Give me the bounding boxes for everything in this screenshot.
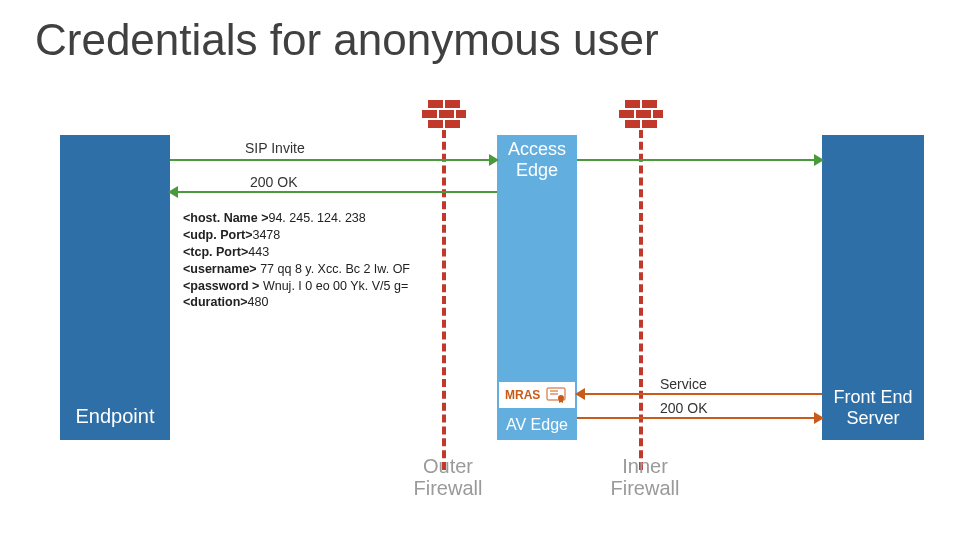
front-end-label: Front End Server <box>833 387 912 430</box>
credentials-diagram: Endpoint Access Edge MRAS AV Edge Front … <box>0 0 979 551</box>
outer-firewall <box>428 100 460 130</box>
edge-server-box: Access Edge MRAS AV Edge <box>497 135 577 440</box>
endpoint-box: Endpoint <box>60 135 170 440</box>
cred-duration: <duration>480 <box>183 294 410 311</box>
endpoint-label: Endpoint <box>76 405 155 428</box>
service-label: Service <box>660 376 707 392</box>
front-end-server-box: Front End Server <box>822 135 924 440</box>
cred-password: <password > Wnuj. I 0 eo 00 Yk. V/5 g= <box>183 278 410 295</box>
mras-label: MRAS <box>505 388 540 402</box>
firewall-icon <box>625 100 657 130</box>
cred-username: <username> 77 qq 8 y. Xcc. Bc 2 Iw. OF <box>183 261 410 278</box>
inner-firewall-label: Inner Firewall <box>585 455 705 499</box>
av-edge-label: AV Edge <box>497 416 577 434</box>
credentials-block: <host. Name >94. 245. 124. 238 <udp. Por… <box>183 210 410 311</box>
firewall-icon <box>428 100 460 130</box>
cred-hostname: <host. Name >94. 245. 124. 238 <box>183 210 410 227</box>
ok1-label: 200 OK <box>250 174 297 190</box>
mras-bar: MRAS <box>499 382 575 408</box>
sip-invite-label: SIP Invite <box>245 140 305 156</box>
certificate-icon <box>546 387 566 403</box>
cred-udpport: <udp. Port>3478 <box>183 227 410 244</box>
outer-firewall-label: Outer Firewall <box>388 455 508 499</box>
inner-firewall <box>625 100 657 130</box>
access-edge-label: Access Edge <box>497 139 577 180</box>
cred-tcpport: <tcp. Port>443 <box>183 244 410 261</box>
ok2-label: 200 OK <box>660 400 707 416</box>
